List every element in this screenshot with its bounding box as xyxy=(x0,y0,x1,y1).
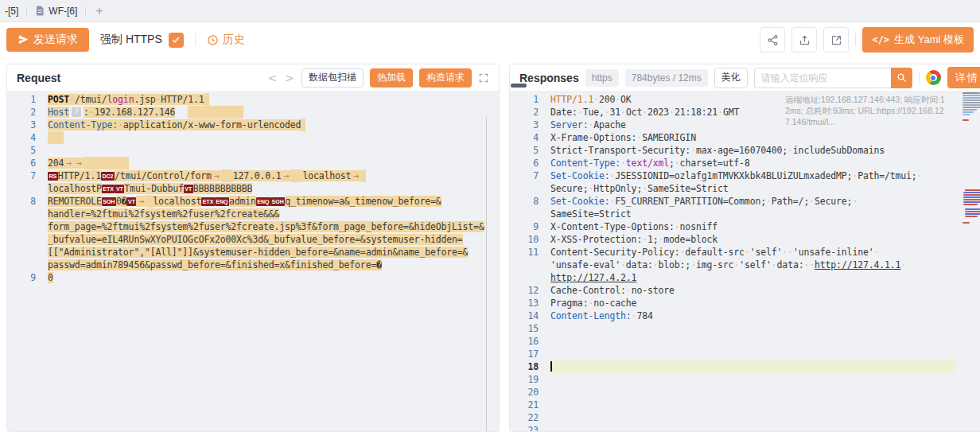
code-line[interactable]: 22 xyxy=(510,411,980,424)
code-content: Secure;·HttpOnly;·SameSite=Strict xyxy=(550,182,955,195)
share-button[interactable] xyxy=(760,27,785,53)
code-token: login xyxy=(107,94,134,105)
code-token: passwd=admin789456&passwd_before=&finish… xyxy=(48,259,382,270)
code-line[interactable]: localhostPETXVTTmui-DubbufVTBBBBBBBBBBB xyxy=(7,182,499,195)
code-token: X-XSS-Protection:·1;·mode=block xyxy=(550,234,718,245)
code-line[interactable]: http://127.4.2.1 xyxy=(510,271,980,284)
whitespace-dot: · xyxy=(626,285,632,296)
code-token: ;·charset=utf-8 xyxy=(669,158,750,169)
code-line[interactable]: 14Content-Length:·784 xyxy=(510,309,980,322)
code-line-active[interactable]: 18 xyxy=(510,360,980,373)
code-token: ·application/x-www-form-urlencoded xyxy=(118,119,301,130)
send-request-button[interactable]: 发送请求 xyxy=(6,28,89,52)
code-line[interactable]: 13Pragma:·no-cache xyxy=(510,297,980,309)
next-request-button[interactable]: > xyxy=(284,72,295,84)
whitespace-dot: · xyxy=(620,158,626,169)
history-button[interactable]: 历史 xyxy=(207,33,245,47)
compose-button[interactable] xyxy=(823,27,849,53)
line-number xyxy=(510,182,539,195)
code-line[interactable]: 8Set-Cookie:·F5_CURRENT_PARTITION=Common… xyxy=(510,195,980,208)
code-line[interactable]: 3Content-Type:·application/x-www-form-ur… xyxy=(7,119,499,131)
search-icon xyxy=(896,72,907,83)
response-editor[interactable]: 远端地址:192.168.127.146:443; 响应时间:12ms; 总耗时… xyxy=(510,91,980,431)
code-line[interactable]: 7Set-Cookie:·JSESSIONID=ozlafg1mTMVKXkbk… xyxy=(510,169,980,182)
search-button[interactable] xyxy=(891,68,912,88)
open-in-browser-icon[interactable] xyxy=(926,70,941,85)
packet-scan-button[interactable]: 数据包扫描 xyxy=(301,68,364,88)
code-line[interactable]: 4 xyxy=(7,131,499,144)
code-content xyxy=(550,322,955,335)
code-content: 0 xyxy=(48,271,483,284)
control-char-badge: SOH xyxy=(102,197,116,206)
export-button[interactable] xyxy=(791,27,817,53)
force-https-checkbox[interactable] xyxy=(169,33,184,48)
code-content: Content-Security-Policy:·default-src·'se… xyxy=(550,246,955,259)
code-line[interactable]: passwd=admin789456&passwd_before=&finish… xyxy=(7,259,499,271)
line-number: 13 xyxy=(510,297,539,309)
highlight-pad xyxy=(84,157,129,169)
whitespace-dot: · xyxy=(642,183,648,194)
code-line[interactable]: 6204→→ xyxy=(7,157,499,169)
code-line[interactable]: _bufvalue=eIL4RUnSwXYoPUIOGcOFx2o00Xc%3d… xyxy=(7,233,499,246)
control-char-badge: SOH xyxy=(270,197,285,206)
tab-whitespace-arrow: → xyxy=(64,158,74,169)
line-number: 18 xyxy=(510,360,539,373)
code-line[interactable]: 9X-Content-Type-Options:·nosniff xyxy=(510,220,980,233)
code-line[interactable]: 10X-XSS-Protection:·1;·mode=block xyxy=(510,233,980,246)
code-line[interactable]: 2Host?:·192.168.127.146 xyxy=(7,106,499,119)
search-input[interactable] xyxy=(754,68,891,88)
code-line[interactable]: SameSite=Strict xyxy=(510,208,980,220)
code-line[interactable]: 'unsafe-eval'·data:·blob:;·img-src·'self… xyxy=(510,259,980,271)
code-line[interactable]: 5Strict-Transport-Security:·max-age=1607… xyxy=(510,144,980,157)
whitespace-dot: · xyxy=(605,107,610,118)
panel-splitter-handle[interactable] xyxy=(511,84,527,88)
code-line[interactable]: 21 xyxy=(510,399,980,411)
code-token: · xyxy=(620,158,626,169)
code-line[interactable]: 12Cache-Control:·no-store xyxy=(510,284,980,297)
minimap[interactable] xyxy=(962,91,980,431)
line-number: 14 xyxy=(510,309,539,322)
code-token: ·JSESSIONID=ozlafg1mTMVKXkbk4BLUiZULmxad… xyxy=(610,170,923,181)
code-line[interactable]: 1POST·/tmui/login.jsp·HTTP/1.1 xyxy=(7,93,499,106)
code-line[interactable]: 90 xyxy=(7,271,499,284)
fullscreen-icon[interactable] xyxy=(478,72,489,84)
request-editor[interactable]: 1POST·/tmui/login.jsp·HTTP/1.12Host?:·19… xyxy=(7,91,499,431)
tab-wf-6[interactable]: WF-[6] xyxy=(27,0,85,21)
generate-yaml-button[interactable]: </> 生成 Yaml 模板 xyxy=(862,27,974,53)
whitespace-dot: · xyxy=(620,259,626,270)
generate-yaml-label: 生成 Yaml 模板 xyxy=(894,33,964,47)
tab-whitespace-arrow: → xyxy=(282,170,292,181)
details-button[interactable]: 详情 xyxy=(947,67,980,88)
code-token: handler=%2ftmui%2fsystem%2fuser%2fcreate… xyxy=(48,208,279,220)
code-line[interactable]: 19 xyxy=(510,373,980,386)
build-request-button[interactable]: 构造请求 xyxy=(419,68,472,88)
new-tab-button[interactable]: + xyxy=(86,4,112,18)
code-line[interactable]: handler=%2ftmui%2fsystem%2fuser%2fcreate… xyxy=(7,208,499,220)
code-line[interactable]: 5 xyxy=(7,144,499,157)
code-line[interactable]: 7RSHTTP/1.1DC2/tmui/Control/form→127.0.0… xyxy=(7,169,499,182)
code-line[interactable]: 16 xyxy=(510,335,980,348)
code-line[interactable]: 17 xyxy=(510,348,980,360)
control-char-badge: DC2 xyxy=(101,172,115,181)
prev-request-button[interactable]: < xyxy=(267,72,278,84)
code-content xyxy=(550,411,955,424)
code-line[interactable]: 8REMOTEROLESOH0�VT→localhostETXENQadminE… xyxy=(7,195,499,208)
code-line[interactable]: 23 xyxy=(510,424,980,431)
code-line[interactable]: form_page=%2ftmui%2fsystem%2fuser%2fcrea… xyxy=(7,220,499,233)
whitespace-dot: · xyxy=(690,145,696,156)
line-number: 7 xyxy=(7,169,36,182)
code-line[interactable]: 15 xyxy=(510,322,980,335)
code-line[interactable]: 20 xyxy=(510,386,980,399)
code-line[interactable]: 11Content-Security-Policy:·default-src·'… xyxy=(510,246,980,259)
code-line[interactable]: Secure;·HttpOnly;·SameSite=Strict xyxy=(510,182,980,195)
tab-wf-5[interactable]: -[5] xyxy=(0,0,26,21)
beautify-button[interactable]: 美化 xyxy=(714,68,748,88)
code-line[interactable]: 4X-Frame-Options:·SAMEORIGIN xyxy=(510,131,980,144)
line-number: 2 xyxy=(7,106,36,119)
code-line[interactable]: 6Content-Type:·text/xml;·charset=utf-8 xyxy=(510,157,980,169)
hot-reload-button[interactable]: 热加载 xyxy=(370,68,413,88)
line-number: 4 xyxy=(510,131,539,144)
whitespace-dot: · xyxy=(675,221,680,232)
code-line[interactable]: [["Administrator","[All]"]]&systemuser-h… xyxy=(7,246,499,259)
code-token: HTTP/1.1 xyxy=(161,94,204,105)
